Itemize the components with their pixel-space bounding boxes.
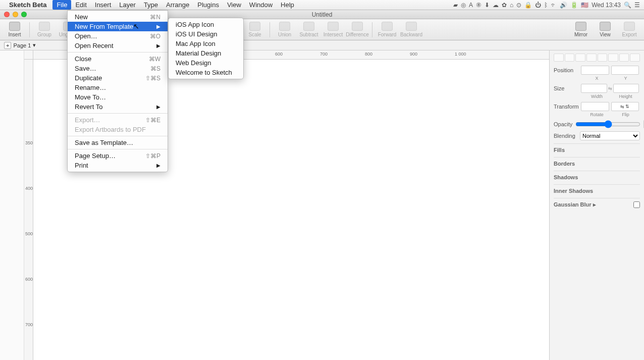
- status-icon[interactable]: ⌂: [510, 2, 513, 9]
- tool-mirror[interactable]: Mirror: [569, 22, 593, 37]
- menuitem-save-as-template-[interactable]: Save as Template…: [68, 138, 168, 147]
- menu-window[interactable]: Window: [245, 0, 277, 10]
- menuitem-save-[interactable]: Save…⌘S: [68, 64, 168, 73]
- minimize-window-button[interactable]: [13, 12, 18, 17]
- bluetooth-icon[interactable]: ᛒ: [544, 2, 548, 9]
- blending-label: Blending: [554, 133, 580, 139]
- intersect-icon: [328, 22, 339, 31]
- menu-type[interactable]: Type: [140, 0, 162, 10]
- template-web-design[interactable]: Web Design: [169, 58, 243, 68]
- menuitem-label: New: [75, 13, 88, 21]
- app-name[interactable]: Sketch Beta: [9, 1, 46, 9]
- tool-label: View: [600, 32, 611, 37]
- menu-file[interactable]: File: [52, 0, 71, 10]
- align-left-button[interactable]: [554, 54, 564, 62]
- status-icon[interactable]: ✿: [502, 2, 507, 9]
- menuitem-open-recent[interactable]: Open Recent▶: [68, 41, 168, 50]
- page-selector[interactable]: + Page 1 ▾: [4, 42, 36, 49]
- rotate-field[interactable]: [581, 102, 609, 111]
- add-page-icon[interactable]: +: [4, 42, 11, 49]
- template-material-design[interactable]: Material Design: [169, 48, 243, 58]
- tool-label: Backward: [400, 32, 422, 37]
- gblur-checkbox[interactable]: [633, 201, 640, 208]
- menuitem-label: Rename…: [75, 84, 106, 91]
- align-right-button[interactable]: [575, 54, 585, 62]
- width-field[interactable]: [581, 84, 607, 93]
- close-window-button[interactable]: [4, 12, 10, 17]
- tool-insert[interactable]: Insert: [3, 22, 26, 37]
- ruler-tick: 350: [25, 140, 33, 145]
- wifi-icon[interactable]: ᯤ: [551, 2, 557, 9]
- fills-section[interactable]: Fills: [554, 143, 640, 155]
- menuitem-revert-to[interactable]: Revert To▶: [68, 102, 168, 112]
- ruler-tick: 800: [365, 52, 372, 57]
- battery-icon[interactable]: 🔋: [570, 2, 578, 9]
- menuitem-new-from-template[interactable]: New From Template▶: [68, 22, 168, 31]
- tool-view[interactable]: View: [594, 22, 617, 37]
- flag-icon[interactable]: 🇺🇸: [581, 2, 588, 9]
- zoom-window-button[interactable]: [21, 12, 27, 17]
- tool-label: Difference: [346, 32, 368, 37]
- inner-shadows-section[interactable]: Inner Shadows: [554, 184, 640, 196]
- shadows-section[interactable]: Shadows: [554, 171, 640, 182]
- spotlight-icon[interactable]: 🔍: [624, 2, 631, 9]
- status-icon[interactable]: 🔒: [524, 2, 532, 9]
- align-middle-button[interactable]: [598, 54, 608, 62]
- template-mac-app-icon[interactable]: Mac App Icon: [169, 39, 243, 48]
- opacity-label: Opacity: [554, 121, 572, 127]
- menu-plugins[interactable]: Plugins: [193, 0, 223, 10]
- shortcut: ⌘N: [150, 14, 160, 21]
- ruler-tick: 1 000: [455, 52, 466, 57]
- status-icon[interactable]: ⬇: [485, 2, 490, 9]
- clock[interactable]: Wed 13:43: [592, 2, 621, 9]
- notifications-icon[interactable]: ☰: [634, 2, 640, 9]
- align-top-button[interactable]: [586, 54, 597, 62]
- align-bottom-button[interactable]: [608, 54, 618, 62]
- height-field[interactable]: [613, 84, 639, 93]
- distribute-h-button[interactable]: [619, 54, 629, 62]
- menuitem-print[interactable]: Print▶: [68, 161, 168, 170]
- menuitem-duplicate[interactable]: Duplicate⇧⌘S: [68, 73, 168, 83]
- align-center-button[interactable]: [565, 54, 575, 62]
- shortcut: ⇧⌘S: [145, 75, 160, 82]
- menu-insert[interactable]: Insert: [91, 0, 116, 10]
- menuitem-move-to-[interactable]: Move To…: [68, 92, 168, 102]
- menu-layer[interactable]: Layer: [115, 0, 140, 10]
- ruler-tick: 600: [25, 277, 33, 282]
- menuitem-page-setup-[interactable]: Page Setup…⇧⌘P: [68, 151, 168, 161]
- y-field[interactable]: [611, 66, 639, 75]
- flip-controls[interactable]: ⇋⇅: [611, 102, 639, 111]
- menuitem-rename-[interactable]: Rename…: [68, 83, 168, 92]
- status-icon[interactable]: ⏻: [535, 2, 541, 9]
- menuitem-label: Open…: [75, 32, 97, 40]
- blending-select[interactable]: Normal: [580, 131, 640, 140]
- status-icon[interactable]: ⑧: [476, 2, 481, 9]
- menuitem-new[interactable]: New⌘N: [68, 12, 168, 22]
- volume-icon[interactable]: 🔊: [560, 2, 567, 9]
- template-ios-app-icon[interactable]: iOS App Icon: [169, 20, 243, 29]
- menuitem-open-[interactable]: Open…⌘O: [68, 31, 168, 41]
- menu-arrange[interactable]: Arrange: [162, 0, 193, 10]
- ruler-tick: 400: [25, 186, 33, 191]
- chevron-icon[interactable]: ▸: [593, 201, 596, 208]
- x-field[interactable]: [581, 66, 609, 75]
- align-controls: [554, 54, 640, 62]
- ruler-corner: [24, 50, 33, 60]
- borders-section[interactable]: Borders: [554, 157, 640, 169]
- template-ios-ui-design[interactable]: iOS UI Design: [169, 29, 243, 39]
- menuitem-close[interactable]: Close⌘W: [68, 54, 168, 64]
- lock-aspect-icon[interactable]: ⇆: [608, 86, 612, 91]
- status-icon[interactable]: ◎: [461, 2, 466, 9]
- menu-help[interactable]: Help: [277, 0, 298, 10]
- window-title: Untitled: [312, 11, 333, 18]
- submenu-arrow-icon: ▶: [156, 104, 160, 110]
- distribute-v-button[interactable]: [630, 54, 640, 62]
- menu-view[interactable]: View: [223, 0, 245, 10]
- status-icon[interactable]: ☁: [493, 2, 499, 9]
- template-welcome-to-sketch[interactable]: Welcome to Sketch: [169, 68, 243, 77]
- status-icon[interactable]: ▰: [453, 2, 458, 9]
- status-icon[interactable]: A: [469, 2, 473, 9]
- menu-edit[interactable]: Edit: [71, 0, 90, 10]
- opacity-slider[interactable]: [575, 120, 640, 128]
- status-icon[interactable]: ⊙: [516, 2, 521, 9]
